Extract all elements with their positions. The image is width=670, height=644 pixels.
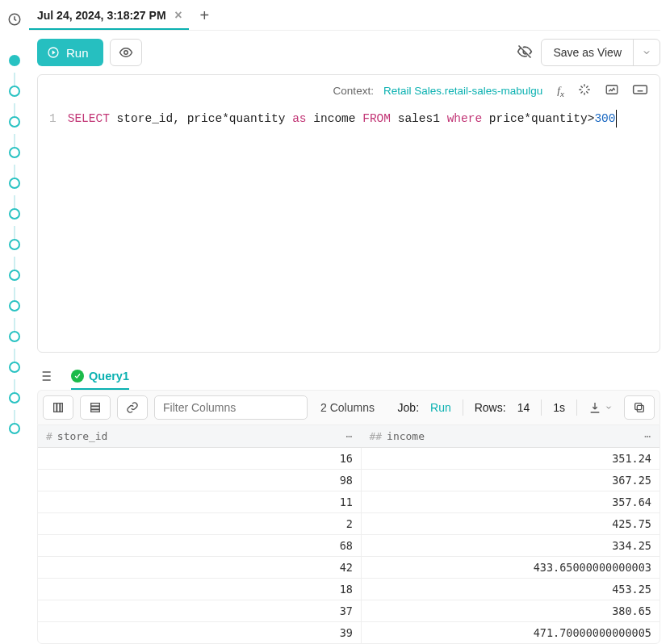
download-button[interactable] bbox=[588, 401, 613, 414]
sparkle-icon[interactable] bbox=[577, 82, 592, 99]
table-row[interactable]: 16351.24 bbox=[38, 448, 660, 470]
code-area[interactable]: 1 SELECT store_id, price*quantity as inc… bbox=[38, 107, 660, 352]
column-menu-icon[interactable]: ⋯ bbox=[644, 430, 651, 442]
table-row[interactable]: 42433.65000000000003 bbox=[38, 557, 660, 579]
results-table[interactable]: #store_id ⋯ ##income ⋯ 16351.2498367.251… bbox=[37, 424, 660, 644]
column-header-income[interactable]: ##income ⋯ bbox=[361, 425, 660, 448]
tab-title: Jul 24, 2024, 3:18:27 PM bbox=[37, 9, 166, 22]
rows-view-icon[interactable] bbox=[80, 395, 111, 420]
svg-rect-4 bbox=[634, 86, 647, 94]
svg-rect-3 bbox=[606, 86, 618, 94]
cell-income: 471.70000000000005 bbox=[361, 622, 660, 644]
timeline-dot[interactable] bbox=[9, 239, 20, 250]
timeline-dot[interactable] bbox=[9, 300, 20, 312]
timeline-dot[interactable] bbox=[9, 178, 20, 189]
line-number: 1 bbox=[49, 110, 57, 349]
save-as-view-button[interactable]: Save as View bbox=[542, 46, 633, 59]
history-timeline bbox=[9, 55, 20, 434]
keyboard-icon[interactable] bbox=[632, 82, 648, 100]
clock-icon[interactable] bbox=[7, 12, 22, 27]
cell-store-id: 42 bbox=[38, 557, 361, 579]
check-icon bbox=[71, 370, 84, 383]
cell-income: 334.25 bbox=[361, 535, 660, 557]
timeline-dot-current[interactable] bbox=[9, 55, 20, 66]
result-tab[interactable]: Query1 bbox=[71, 364, 129, 390]
history-rail bbox=[0, 0, 29, 644]
rows-value: 14 bbox=[517, 401, 530, 414]
list-icon[interactable] bbox=[37, 368, 53, 387]
copy-button[interactable] bbox=[624, 395, 655, 420]
cell-store-id: 37 bbox=[38, 600, 361, 622]
editor-tab[interactable]: Jul 24, 2024, 3:18:27 PM × bbox=[29, 2, 189, 30]
close-icon[interactable]: × bbox=[174, 8, 182, 23]
column-header-store-id[interactable]: #store_id ⋯ bbox=[38, 425, 361, 448]
table-row[interactable]: 2425.75 bbox=[38, 513, 660, 535]
table-row[interactable]: 18453.25 bbox=[38, 579, 660, 600]
cell-income: 357.64 bbox=[361, 491, 660, 513]
cell-store-id: 39 bbox=[38, 622, 361, 644]
cell-income: 425.75 bbox=[361, 513, 660, 535]
timeline-dot[interactable] bbox=[9, 331, 20, 342]
column-menu-icon[interactable]: ⋯ bbox=[346, 430, 354, 442]
svg-rect-12 bbox=[635, 404, 642, 410]
job-run-link[interactable]: Run bbox=[430, 401, 451, 414]
table-row[interactable]: 37380.65 bbox=[38, 600, 660, 622]
divider bbox=[576, 399, 577, 416]
timeline-dot[interactable] bbox=[9, 362, 20, 373]
context-label: Context: bbox=[333, 85, 374, 97]
image-ai-icon[interactable] bbox=[605, 82, 619, 99]
timeline-dot[interactable] bbox=[9, 392, 20, 404]
table-row[interactable]: 68334.25 bbox=[38, 535, 660, 557]
float-type-icon: ## bbox=[369, 430, 382, 442]
caret bbox=[616, 110, 617, 128]
table-row[interactable]: 11357.64 bbox=[38, 491, 660, 513]
timeline-dot[interactable] bbox=[9, 86, 20, 97]
run-button[interactable]: Run bbox=[37, 39, 103, 66]
svg-rect-6 bbox=[57, 404, 60, 412]
svg-rect-9 bbox=[91, 407, 100, 409]
svg-rect-7 bbox=[61, 404, 63, 412]
divider bbox=[463, 399, 463, 416]
timeline-dot[interactable] bbox=[9, 208, 20, 220]
table-row[interactable]: 98367.25 bbox=[38, 470, 660, 491]
filter-columns-input[interactable] bbox=[154, 395, 308, 420]
save-as-view-dropdown[interactable] bbox=[633, 40, 660, 65]
editor-tabs: Jul 24, 2024, 3:18:27 PM × + bbox=[29, 2, 660, 31]
add-tab-button[interactable]: + bbox=[200, 6, 210, 25]
cell-income: 433.65000000000003 bbox=[361, 557, 660, 579]
function-icon[interactable]: fx bbox=[557, 84, 564, 98]
timeline-dot[interactable] bbox=[9, 270, 20, 281]
cell-store-id: 16 bbox=[38, 448, 361, 470]
cell-income: 380.65 bbox=[361, 600, 660, 622]
cell-income: 453.25 bbox=[361, 579, 660, 600]
cell-income: 351.24 bbox=[361, 448, 660, 470]
cell-store-id: 2 bbox=[38, 513, 361, 535]
job-label: Job: bbox=[398, 401, 419, 414]
result-toolbar: 2 Columns Job: Run Rows: 14 1s bbox=[37, 390, 660, 424]
run-label: Run bbox=[66, 46, 89, 60]
timeline-dot[interactable] bbox=[9, 147, 20, 158]
svg-rect-8 bbox=[91, 404, 100, 406]
cell-store-id: 18 bbox=[38, 579, 361, 600]
context-bar: Context: Retail Sales.retail-sales-mabul… bbox=[38, 75, 660, 107]
table-row[interactable]: 39471.70000000000005 bbox=[38, 622, 660, 644]
rows-label: Rows: bbox=[475, 401, 506, 414]
sql-code: SELECT store_id, price*quantity as incom… bbox=[68, 110, 616, 349]
divider bbox=[541, 399, 542, 416]
svg-rect-11 bbox=[637, 405, 643, 412]
columns-view-icon[interactable] bbox=[43, 395, 73, 420]
visibility-off-icon[interactable] bbox=[517, 44, 533, 62]
toolbar: Run Save as View bbox=[29, 31, 660, 74]
results-panel: Query1 2 Columns Job: Run bbox=[37, 364, 660, 644]
timeline-dot[interactable] bbox=[9, 423, 20, 434]
columns-count: 2 Columns bbox=[320, 401, 375, 414]
svg-rect-10 bbox=[91, 410, 100, 412]
cell-income: 367.25 bbox=[361, 470, 660, 491]
link-icon[interactable] bbox=[117, 395, 148, 420]
save-as-view: Save as View bbox=[541, 39, 660, 66]
preview-button[interactable] bbox=[110, 39, 142, 66]
context-link[interactable]: Retail Sales.retail-sales-mabulgu bbox=[383, 85, 542, 97]
result-tab-label: Query1 bbox=[89, 370, 129, 383]
timeline-dot[interactable] bbox=[9, 116, 20, 128]
cell-store-id: 98 bbox=[38, 470, 361, 491]
